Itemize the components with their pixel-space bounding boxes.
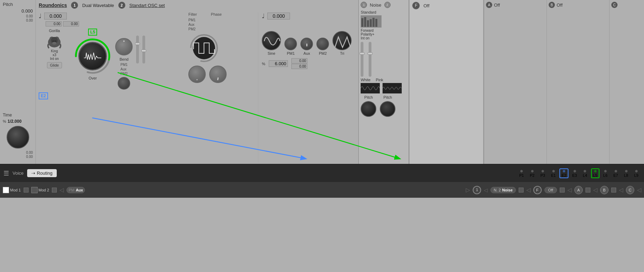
filter-knob[interactable] (188, 66, 206, 83)
white-label: White (361, 78, 370, 82)
off-pill[interactable]: Off (544, 187, 557, 193)
gorilla-subtitle-x3: x3 (53, 53, 56, 57)
bend-knob-group: Bend PM1 Aux PM2 (115, 29, 133, 90)
pm2-label: PM2 (319, 51, 327, 55)
mod2-label: Mod 2 (39, 188, 49, 192)
nav-module-L4[interactable]: ⊕ L4 (581, 169, 589, 177)
nav-module-P2[interactable]: ⊕ P2 (528, 169, 536, 177)
sine-knob[interactable] (262, 31, 281, 50)
time-knob[interactable] (7, 126, 29, 149)
pitch-knob-2[interactable] (380, 101, 395, 117)
pitch-main-value: 0.000 (3, 8, 33, 14)
a-badge: A (486, 2, 492, 8)
l9-label: L9 (634, 173, 638, 177)
mod2-right-box[interactable] (52, 188, 57, 192)
f-circle[interactable]: F (533, 186, 542, 194)
noise-sliders (361, 42, 407, 77)
noise-header: 1 Noise 2 (361, 2, 407, 8)
a-off-value: Off (494, 2, 500, 8)
b-off-section: B Off (547, 0, 609, 164)
osc-name[interactable]: Roundonics (39, 2, 67, 8)
connector-7: ◁ (619, 187, 623, 193)
b-off-value: Off (557, 2, 563, 8)
b-badge: B (549, 2, 555, 8)
osc2-value-row: ♩ 0.000 (262, 12, 355, 20)
p2-label: P2 (530, 173, 534, 177)
a-right-box[interactable] (586, 188, 590, 192)
osc2-knobs-row: Sine PM1 Aux (262, 31, 355, 55)
n2-noise-pill[interactable]: N. 2 Noise (490, 187, 516, 193)
tri-label: Tri (340, 51, 344, 55)
osc2-bottom: % 6.000 0.00 0.00 (262, 58, 355, 69)
osc-badge-1: 1 (71, 2, 78, 9)
env-off-label: Off (423, 3, 429, 8)
noise-v-slider-1[interactable] (361, 42, 363, 77)
slider2-group (142, 36, 145, 63)
b-right-box[interactable] (611, 188, 616, 192)
time-sub-value-1: 0.00 (3, 151, 33, 154)
osc-main-area: Roundonics 1 Dual Wavetable 2 Standart O… (36, 0, 358, 164)
off-label: Off (548, 188, 553, 192)
over-label: Over (88, 76, 97, 80)
pm2-knob-group: PM2 (316, 38, 329, 55)
pm1-knob[interactable] (284, 38, 297, 50)
routing-button[interactable]: ⇢ Routing (27, 169, 57, 177)
hamburger-icon[interactable]: ☰ (3, 169, 9, 177)
sine-label: Sine (268, 51, 275, 55)
pm2-knob[interactable] (316, 38, 329, 50)
pitch-knob-1[interactable] (361, 101, 376, 117)
n2-right-box[interactable] (519, 188, 524, 192)
osc-type-2: Standart OSC set (129, 3, 165, 8)
e3-arrow: ⊕ (573, 169, 576, 173)
b-circle[interactable]: B (600, 186, 608, 194)
aux-knob[interactable] (300, 38, 313, 50)
c-circle[interactable]: C (626, 186, 634, 194)
connector-3: ◁ (484, 187, 488, 193)
mod2-box[interactable] (31, 187, 38, 193)
nav-module-L8[interactable]: ⊕ L8 (622, 169, 630, 177)
e7-arrow: ⊕ (614, 169, 617, 173)
mod1-box[interactable] (3, 187, 9, 193)
v-slider-2[interactable] (142, 36, 145, 63)
noise-badge-2: 2 (384, 2, 391, 8)
big-knob[interactable] (78, 42, 107, 70)
noise-v-slider-2[interactable] (369, 42, 371, 77)
bend-knob[interactable] (115, 38, 133, 55)
off-right-box[interactable] (560, 188, 565, 192)
phase-knob[interactable] (209, 66, 227, 83)
env-badge: F (412, 2, 420, 9)
noise-badge-1: 1 (361, 2, 367, 8)
connector-6: ◁ (593, 187, 597, 193)
n1-circle[interactable]: 1 (473, 186, 481, 194)
nav-module-L9[interactable]: ⊕ L9 (632, 169, 641, 177)
l6-label: L6 (603, 173, 607, 177)
mod1-right-box[interactable] (24, 188, 29, 192)
nav-module-E2[interactable]: ⊕ E2 (559, 168, 568, 178)
nav-module-P1[interactable]: ⊕ P1 (517, 169, 526, 177)
big-knob-wrapper[interactable] (73, 37, 112, 75)
mod1-label: Mod 1 (10, 188, 21, 192)
nav-module-P3[interactable]: ⊕ P3 (538, 169, 547, 177)
l6-arrow: ⊕ (604, 169, 607, 173)
v-slider-1[interactable] (136, 36, 139, 63)
filter-label: Filter (188, 12, 197, 16)
e7-label: E7 (613, 173, 618, 177)
pitch-sub-value-2: 0.00 (3, 18, 33, 22)
tri-knob[interactable] (332, 31, 352, 50)
noise-pitch-label-2: Pitch (384, 95, 392, 99)
nav-module-E7[interactable]: ⊕ E7 (611, 169, 620, 177)
pm-aux-pill[interactable]: PM Aux (66, 187, 85, 193)
gorilla-name: Gorilla (49, 29, 60, 33)
svg-point-7 (54, 40, 56, 42)
sine-knob-group: Sine (262, 31, 281, 55)
pm-bend-small-knob[interactable] (118, 77, 130, 90)
nav-module-E3[interactable]: ⊕ E3 (570, 169, 579, 177)
a-circle[interactable]: A (574, 186, 583, 194)
glide-button[interactable]: Glide (47, 62, 62, 68)
noise-bar-display (361, 15, 382, 28)
pm-label: PM (69, 188, 74, 192)
nav-module-E1[interactable]: ⊕ E1 (549, 169, 558, 177)
nav-module-L5[interactable]: ⊕ L5 (591, 168, 599, 178)
osc2-knob-wrapper[interactable] (188, 32, 220, 64)
nav-module-L6[interactable]: ⊕ L6 (601, 169, 610, 177)
